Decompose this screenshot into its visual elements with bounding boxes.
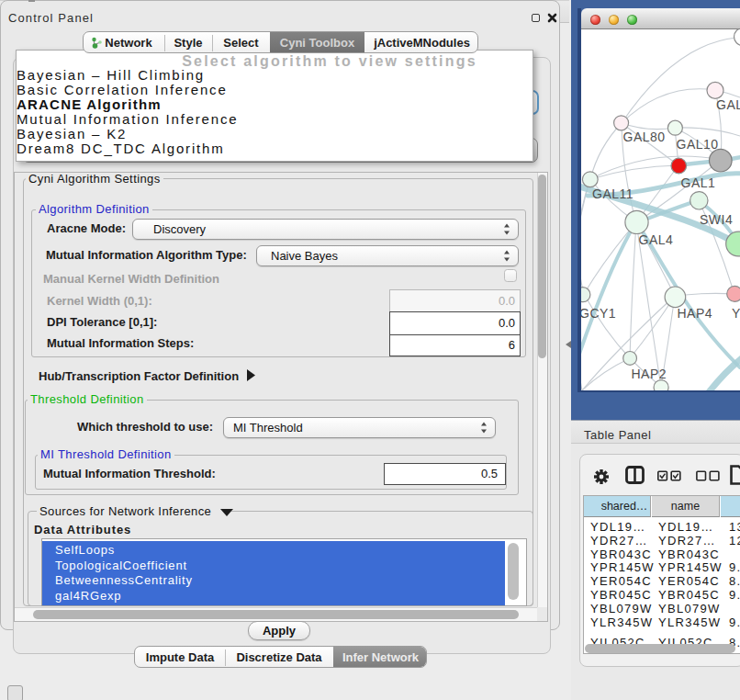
svg-text:GAL4: GAL4 — [639, 232, 674, 247]
svg-text:GAL80: GAL80 — [623, 130, 666, 144]
svg-text:GAL10: GAL10 — [677, 137, 719, 152]
svg-text:GAL7: GAL7 — [716, 97, 740, 112]
svg-text:HAP4: HAP4 — [678, 306, 713, 321]
svg-text:GAL1: GAL1 — [681, 175, 716, 190]
svg-text:SWI4: SWI4 — [700, 212, 733, 227]
svg-text:GCY1: GCY1 — [581, 306, 616, 321]
svg-text:HAP2: HAP2 — [632, 367, 667, 381]
svg-text:GAL11: GAL11 — [592, 186, 633, 201]
svg-text:YB: YB — [732, 306, 740, 321]
